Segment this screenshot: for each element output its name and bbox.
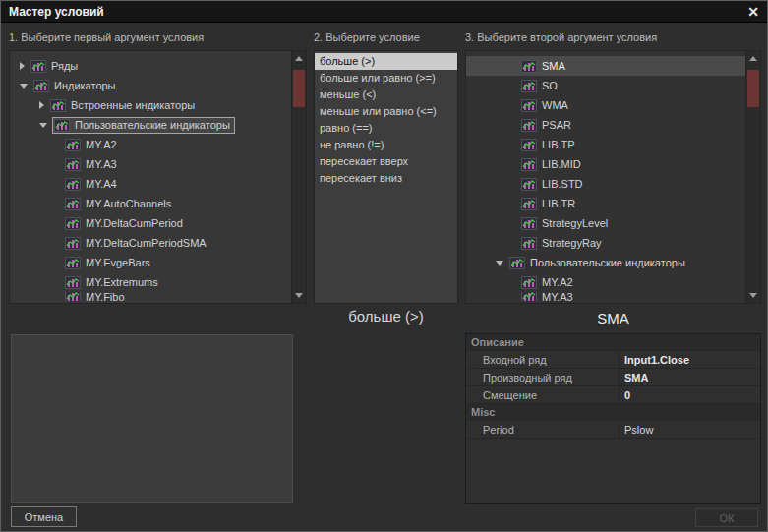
chart-icon xyxy=(33,80,49,92)
condition-option[interactable]: не равно (!=) xyxy=(315,137,457,153)
tree-item[interactable]: MY.EvgeBars xyxy=(10,253,306,272)
chart-icon xyxy=(521,276,537,289)
scrollbar-vertical[interactable] xyxy=(745,51,760,303)
tree-item[interactable]: PSAR xyxy=(466,115,760,135)
tree-item[interactable]: MY.A4 xyxy=(10,174,306,194)
property-row[interactable]: Period Pslow xyxy=(466,421,760,439)
tree-item-label: SMA xyxy=(542,60,565,72)
chart-icon xyxy=(521,292,537,301)
chart-icon xyxy=(54,119,70,132)
chart-icon xyxy=(521,178,537,191)
property-value[interactable]: Pslow xyxy=(619,421,760,438)
tree-item-indikatory[interactable]: Индикаторы xyxy=(10,76,306,95)
expander-collapsed-icon[interactable] xyxy=(20,62,25,70)
tree-item[interactable]: MY.A3 xyxy=(10,154,306,174)
tree-item-label: LIB.TR xyxy=(542,198,575,209)
arrow-up-icon xyxy=(749,56,757,61)
tree-item[interactable]: StrategyRay xyxy=(466,233,760,253)
property-value[interactable]: 0 xyxy=(619,386,760,403)
arrow-up-icon xyxy=(295,56,303,61)
tree-item[interactable]: MY.DeltaCumPeriodSMA xyxy=(10,233,306,253)
selected-argument-label: SMA xyxy=(465,310,761,326)
ok-button[interactable]: ОК xyxy=(695,508,758,527)
tree-item-label: MY.AutoChannels xyxy=(86,198,171,209)
tree-item[interactable]: LIB.MID xyxy=(466,154,760,174)
tree-item[interactable]: LIB.TP xyxy=(466,135,760,154)
tree-item-label: Пользовательские индикаторы xyxy=(75,119,230,131)
scroll-up-button[interactable] xyxy=(746,51,760,66)
expander-expanded-icon[interactable] xyxy=(20,84,28,89)
scroll-up-button[interactable] xyxy=(292,51,306,66)
chart-icon xyxy=(521,80,537,92)
scrollbar-vertical[interactable] xyxy=(291,51,306,303)
property-row[interactable]: Производный ряд SMA xyxy=(466,369,760,386)
tree-item-label: Ряды xyxy=(51,60,78,72)
property-label: Входной ряд xyxy=(466,351,619,368)
scrollbar-thumb[interactable] xyxy=(747,70,759,107)
tree-item-label: MY.DeltaCumPeriodSMA xyxy=(86,237,207,249)
description-box xyxy=(11,334,293,503)
tree-item-label: MY.A3 xyxy=(542,292,573,301)
scroll-down-button[interactable] xyxy=(746,288,760,303)
tree-item-ryady[interactable]: Ряды xyxy=(10,56,306,76)
scrollbar-thumb[interactable] xyxy=(293,70,305,107)
tree-item[interactable]: StrategyLevel xyxy=(466,213,760,233)
chart-icon xyxy=(65,178,81,191)
expander-expanded-icon[interactable] xyxy=(39,123,47,128)
tree-item[interactable]: MY.AutoChannels xyxy=(10,194,306,213)
chart-icon xyxy=(65,292,81,301)
tree-item[interactable]: MY.A2 xyxy=(10,135,306,154)
tree-item[interactable]: MY.A3 xyxy=(466,292,760,301)
chart-icon xyxy=(521,99,537,112)
tree-item-builtin-indicators[interactable]: Встроенные индикаторы xyxy=(10,95,306,115)
tree-item[interactable]: MY.Fibo xyxy=(10,292,306,301)
window-title: Мастер условий xyxy=(9,5,104,19)
property-grid: Описание Входной ряд Input1.Close Произв… xyxy=(465,333,761,504)
tree-item-label: LIB.TP xyxy=(542,139,575,150)
condition-wizard-dialog: Мастер условий ✕ 1. Выберите первый аргу… xyxy=(0,0,768,532)
chart-icon xyxy=(65,237,81,250)
selected-tree-item-highlight: Пользовательские индикаторы xyxy=(53,118,234,133)
tree-item[interactable]: LIB.STD xyxy=(466,174,760,194)
property-row[interactable]: Смещение 0 xyxy=(466,386,760,404)
condition-option[interactable]: меньше (<) xyxy=(315,87,457,103)
chart-icon xyxy=(65,158,81,171)
property-row[interactable]: Входной ряд Input1.Close xyxy=(466,351,760,369)
tree-item[interactable]: WMA xyxy=(466,95,760,115)
condition-option[interactable]: пересекает вниз xyxy=(315,170,457,187)
tree-item[interactable]: MY.DeltaCumPeriod xyxy=(10,213,306,233)
chart-icon xyxy=(30,60,46,73)
tree-item-user-indicators[interactable]: Пользовательские индикаторы xyxy=(466,253,760,272)
condition-option[interactable]: больше или равно (>=) xyxy=(315,70,457,87)
cancel-button[interactable]: Отмена xyxy=(11,506,77,527)
tree-item-label: MY.A2 xyxy=(86,139,117,150)
condition-option[interactable]: меньше или равно (<=) xyxy=(315,103,457,120)
chart-icon xyxy=(65,217,81,230)
property-value[interactable]: Input1.Close xyxy=(619,351,760,368)
condition-option[interactable]: равно (==) xyxy=(315,120,457,137)
chart-icon xyxy=(521,139,537,151)
property-value[interactable]: SMA xyxy=(619,369,760,385)
chart-icon xyxy=(521,217,537,230)
tree-item-user-indicators[interactable]: Пользовательские индикаторы xyxy=(10,115,306,135)
expander-expanded-icon[interactable] xyxy=(496,261,503,266)
property-category[interactable]: Описание xyxy=(466,334,760,351)
tree-item[interactable]: MY.A2 xyxy=(466,272,760,292)
chart-icon xyxy=(65,276,81,289)
scroll-down-button[interactable] xyxy=(292,288,306,303)
property-label: Производный ряд xyxy=(466,369,619,385)
tree-item-label: MY.A4 xyxy=(86,178,117,190)
expander-collapsed-icon[interactable] xyxy=(39,101,44,109)
condition-option[interactable]: пересекает вверх xyxy=(315,153,457,170)
chart-icon xyxy=(521,158,537,171)
property-category[interactable]: Misc xyxy=(466,404,760,421)
tree-item[interactable]: MY.Extremums xyxy=(10,272,306,292)
chart-icon xyxy=(65,198,81,210)
tree-item[interactable]: LIB.TR xyxy=(466,194,760,213)
condition-option[interactable]: больше (>) xyxy=(315,53,457,70)
tree-item-label: MY.DeltaCumPeriod xyxy=(86,217,183,229)
close-icon[interactable]: ✕ xyxy=(747,5,759,19)
tree-item-sma[interactable]: SMA xyxy=(466,56,760,76)
tree-item[interactable]: SO xyxy=(466,76,760,95)
chart-icon xyxy=(50,99,66,112)
